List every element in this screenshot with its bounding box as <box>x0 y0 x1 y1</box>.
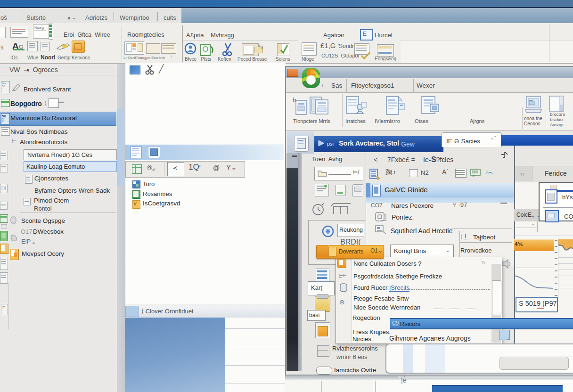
svg-text:b: b <box>293 97 296 104</box>
